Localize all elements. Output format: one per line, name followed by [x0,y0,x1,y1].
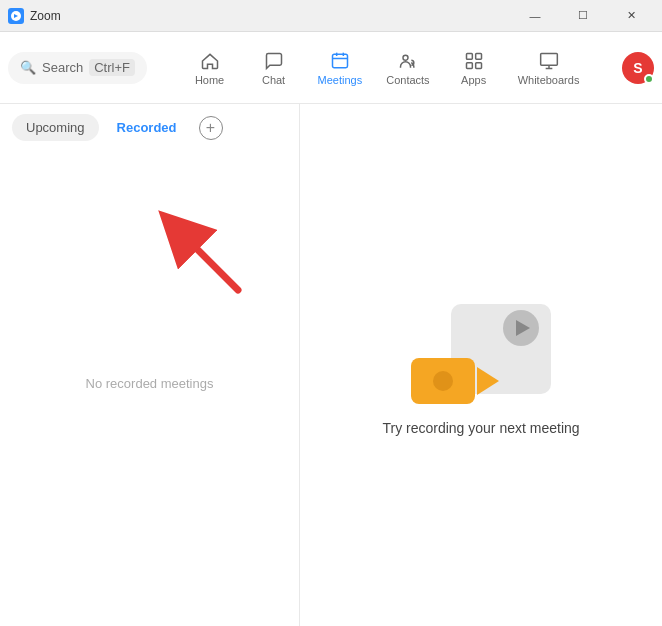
contacts-icon [397,50,419,72]
minimize-button[interactable]: — [512,0,558,32]
nav-item-meetings[interactable]: Meetings [306,46,375,90]
svg-point-5 [403,55,408,60]
svg-rect-1 [332,54,347,67]
svg-rect-10 [540,53,557,65]
tab-recorded[interactable]: Recorded [103,114,191,141]
camera-triangle [477,367,499,395]
camera-icon [411,358,499,404]
svg-rect-6 [466,53,472,59]
window-title: Zoom [30,9,512,23]
maximize-button[interactable]: ☐ [560,0,606,32]
svg-rect-7 [475,53,481,59]
camera-lens [433,371,453,391]
empty-message-text: No recorded meetings [86,376,214,391]
window-controls: — ☐ ✕ [512,0,654,32]
right-panel: Try recording your next meeting [300,104,662,626]
nav-label-contacts: Contacts [386,74,429,86]
no-recordings-message: No recorded meetings [0,141,299,626]
nav-label-apps: Apps [461,74,486,86]
play-triangle [516,320,530,336]
search-icon: 🔍 [20,60,36,75]
nav-items: Home Chat Meetings [151,46,618,90]
close-button[interactable]: ✕ [608,0,654,32]
home-icon [199,50,221,72]
title-bar: Zoom — ☐ ✕ [0,0,662,32]
nav-label-home: Home [195,74,224,86]
avatar-status-dot [644,74,654,84]
tab-upcoming[interactable]: Upcoming [12,114,99,141]
nav-item-home[interactable]: Home [178,46,242,90]
app-icon [8,8,24,24]
search-shortcut: Ctrl+F [89,59,135,76]
nav-item-contacts[interactable]: Contacts [374,46,441,90]
record-caption: Try recording your next meeting [382,420,579,436]
record-illustration [411,294,551,404]
search-box[interactable]: 🔍 Search Ctrl+F [8,52,147,84]
svg-rect-8 [466,62,472,68]
nav-label-whiteboards: Whiteboards [518,74,580,86]
search-label: Search [42,60,83,75]
camera-body [411,358,475,404]
nav-label-chat: Chat [262,74,285,86]
nav-item-chat[interactable]: Chat [242,46,306,90]
play-icon [503,310,539,346]
svg-rect-9 [475,62,481,68]
nav-item-apps[interactable]: Apps [442,46,506,90]
toolbar: 🔍 Search Ctrl+F Home Chat [0,32,662,104]
meetings-icon [329,50,351,72]
apps-icon [463,50,485,72]
left-panel: Upcoming Recorded + No recorded meetings [0,104,300,626]
tabs-row: Upcoming Recorded + [0,104,299,141]
add-meeting-button[interactable]: + [199,116,223,140]
content: Upcoming Recorded + No recorded meetings… [0,104,662,626]
nav-item-whiteboards[interactable]: Whiteboards [506,46,592,90]
avatar-wrap[interactable]: S [622,52,654,84]
whiteboards-icon [538,50,560,72]
nav-label-meetings: Meetings [318,74,363,86]
chat-icon [263,50,285,72]
